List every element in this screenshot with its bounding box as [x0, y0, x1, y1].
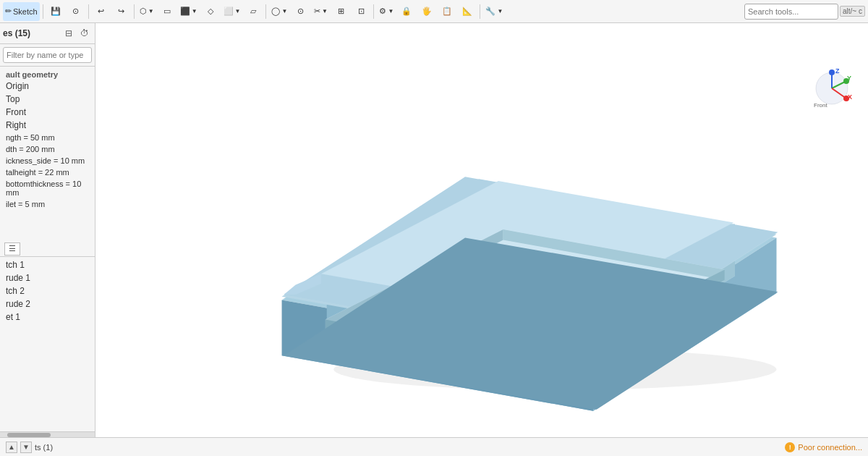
shape-tool-7[interactable]: ◯▼: [269, 2, 289, 21]
shape-tool-10[interactable]: ⊞: [331, 2, 350, 21]
parallelogram-icon: ▱: [250, 7, 256, 16]
main-area: es (15) ⊟ ⏱ ault geometry Origin Top Fro…: [0, 23, 868, 437]
square-dot-icon: ⊡: [358, 7, 365, 16]
dropdown-arrow-4: ▼: [281, 8, 287, 14]
svg-text:X: X: [848, 93, 852, 101]
sidebar-header: es (15) ⊟ ⏱: [0, 23, 95, 44]
toolbar-separator-2: [88, 4, 89, 19]
sketch-tool-button[interactable]: ✏ Sketch: [3, 2, 40, 21]
sidebar-group-label: ault geometry: [0, 68, 95, 80]
status-section-label: ts (1): [35, 443, 53, 452]
search-input[interactable]: [744, 4, 838, 20]
tools-btn-1[interactable]: ⚙▼: [377, 2, 396, 21]
svg-point-29: [829, 69, 835, 75]
circle-icon: ◯: [271, 7, 280, 16]
lock-icon: 🔒: [401, 7, 412, 16]
warning-icon: !: [785, 442, 795, 452]
shape-tool-5[interactable]: ⬜▼: [221, 2, 243, 21]
scroll-up-button[interactable]: ▲: [6, 442, 17, 453]
wrench-icon: 🔧: [485, 7, 495, 16]
shape-tool-2[interactable]: ▭: [158, 2, 176, 21]
axis-indicator: Z Y X Front: [810, 67, 854, 110]
sidebar-scrollbar[interactable]: [0, 431, 95, 437]
dropdown-arrow-5: ▼: [322, 8, 328, 14]
param-thickness-side: ickness_side = 10 mm: [0, 155, 95, 166]
svg-text:Front: Front: [814, 102, 827, 109]
status-bar: ▲ ▼ ts (1) ! Poor connection...: [0, 437, 868, 456]
pencil-icon: ✏: [5, 7, 12, 16]
lock-button[interactable]: 🔒: [397, 2, 416, 21]
extra-tools-button[interactable]: 🔧▼: [483, 2, 505, 21]
sidebar-grid-button[interactable]: ⊟: [61, 26, 76, 41]
sketch-label: Sketch: [13, 7, 38, 16]
sidebar-bottom-fillet1[interactable]: et 1: [0, 311, 95, 324]
ring-icon: ⊙: [297, 7, 304, 16]
sidebar-clock-button[interactable]: ⏱: [77, 26, 92, 41]
history-button[interactable]: ⊙: [67, 2, 85, 21]
viewport[interactable]: Z Y X Front: [95, 23, 868, 437]
toolbar-separator-4: [265, 4, 266, 19]
param-length: ngth = 50 mm: [0, 132, 95, 143]
param-width: dth = 200 mm: [0, 143, 95, 155]
dropdown-arrow-1: ▼: [148, 8, 154, 14]
shape-tool-9[interactable]: ✂▼: [311, 2, 330, 21]
sidebar-bottom-extrude2[interactable]: rude 2: [0, 297, 95, 311]
sidebar-item-right[interactable]: Right: [0, 119, 95, 132]
shape-tool-3[interactable]: ⬛▼: [178, 2, 200, 21]
sidebar-item-front[interactable]: Front: [0, 106, 95, 119]
sidebar-bottom-sketch1[interactable]: tch 1: [0, 258, 95, 271]
cut-icon: ✂: [314, 7, 320, 16]
shape-tool-11[interactable]: ⊡: [352, 2, 370, 21]
redo-button[interactable]: ↪: [112, 2, 131, 21]
toolbar-separator-6: [480, 4, 480, 19]
box-icon: ⬜: [224, 7, 234, 16]
redo-icon: ↪: [118, 7, 124, 16]
filter-container: [0, 44, 95, 67]
sidebar-item-origin[interactable]: Origin: [0, 80, 95, 93]
gear-icon: ⚙: [379, 7, 386, 16]
status-section-left: ▲ ▼ ts (1): [6, 442, 53, 453]
toolbar-separator-1: [43, 4, 43, 19]
polygon-icon: ⬡: [140, 7, 147, 16]
shape-tool-1[interactable]: ⬡▼: [137, 2, 156, 21]
extrude-icon: ⬛: [180, 7, 190, 16]
diamond-icon: ◇: [208, 7, 213, 16]
search-area: alt/~ c: [744, 4, 865, 20]
undo-button[interactable]: ↩: [92, 2, 111, 21]
scroll-down-button[interactable]: ▼: [20, 442, 32, 453]
toolbar-separator-5: [373, 4, 374, 19]
sidebar-title: es (15): [3, 28, 59, 38]
shape-tool-4[interactable]: ◇: [201, 2, 220, 21]
sidebar-tree-list: ault geometry Origin Top Front Right ngt…: [0, 67, 95, 241]
param-total-height: talheight = 22 mm: [0, 166, 95, 178]
measure-icon: 📐: [462, 7, 472, 16]
dropdown-arrow-7: ▼: [497, 8, 503, 14]
rect-icon: ▭: [163, 7, 171, 16]
shape-tool-6[interactable]: ▱: [244, 2, 263, 21]
sidebar-bottom-list: tch 1 rude 1 tch 2 rude 2 et 1: [0, 257, 95, 431]
sidebar-bottom-extrude1[interactable]: rude 1: [0, 271, 95, 284]
save-button[interactable]: 💾: [46, 2, 65, 21]
history-icon: ⊙: [72, 7, 79, 16]
sidebar-expand-area: ☰: [0, 241, 95, 257]
measure-button[interactable]: 📐: [458, 2, 477, 21]
main-toolbar: ✏ Sketch 💾 ⊙ ↩ ↪ ⬡▼ ▭ ⬛▼ ◇ ⬜▼ ▱ ◯▼ ⊙ ✂▼ …: [0, 0, 868, 23]
sidebar-list-icon-button[interactable]: ☰: [4, 242, 20, 256]
grid-icon: ⊞: [338, 7, 344, 16]
svg-text:Y: Y: [847, 75, 851, 82]
sidebar-bottom-sketch2[interactable]: tch 2: [0, 284, 95, 297]
dropdown-arrow-2: ▼: [192, 8, 197, 14]
clipboard-button[interactable]: 📋: [438, 2, 456, 21]
sidebar-scroll-thumb[interactable]: [7, 433, 51, 437]
shape-tool-8[interactable]: ⊙: [291, 2, 310, 21]
sidebar-item-top[interactable]: Top: [0, 93, 95, 106]
undo-icon: ↩: [98, 7, 104, 16]
hand-icon: 🖐: [422, 7, 432, 16]
dropdown-arrow-6: ▼: [388, 8, 393, 14]
filter-input[interactable]: [3, 47, 92, 63]
hand-button[interactable]: 🖐: [417, 2, 436, 21]
svg-text:Z: Z: [835, 67, 840, 75]
param-fillet: ilet = 5 mm: [0, 198, 95, 210]
search-shortcut: alt/~ c: [840, 6, 865, 17]
param-bottom-thickness: bottomthickness = 10 mm: [0, 178, 95, 198]
